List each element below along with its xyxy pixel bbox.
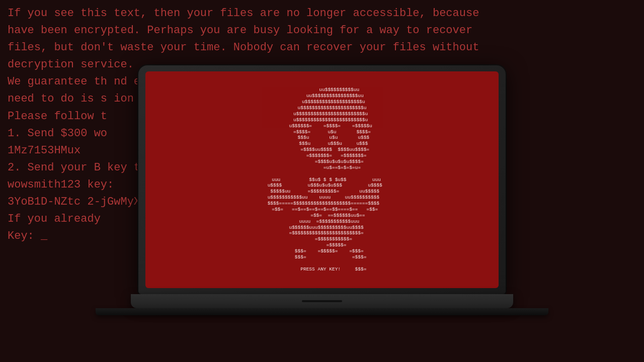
- laptop: uu$$$$$$$$$$uu uu$$$$$$$$$$$$$$$$uu u$$$…: [138, 65, 506, 322]
- bg-line-1: If you see this text, then your files ar…: [8, 5, 636, 22]
- bg-line-2: have been encrypted. Perhaps you are bus…: [8, 22, 636, 39]
- laptop-lid: uu$$$$$$$$$$uu uu$$$$$$$$$$$$$$$$uu u$$$…: [138, 65, 506, 294]
- laptop-base: [131, 294, 513, 308]
- laptop-screen: uu$$$$$$$$$$uu uu$$$$$$$$$$$$$$$$uu u$$$…: [145, 71, 499, 288]
- laptop-trackpad: [302, 300, 342, 302]
- skull-ascii-art: uu$$$$$$$$$$uu uu$$$$$$$$$$$$$$$$uu u$$$…: [257, 82, 387, 277]
- laptop-foot: [96, 308, 548, 315]
- bg-line-3: files, but don't waste your time. Nobody…: [8, 39, 636, 56]
